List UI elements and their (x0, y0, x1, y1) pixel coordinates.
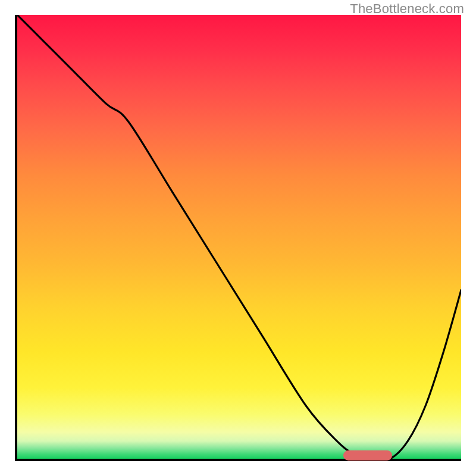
optimal-range-marker (343, 450, 393, 461)
bottleneck-curve (17, 15, 461, 459)
curve-svg (17, 15, 461, 459)
chart-container: TheBottleneck.com (0, 0, 476, 476)
plot-area (15, 15, 461, 461)
